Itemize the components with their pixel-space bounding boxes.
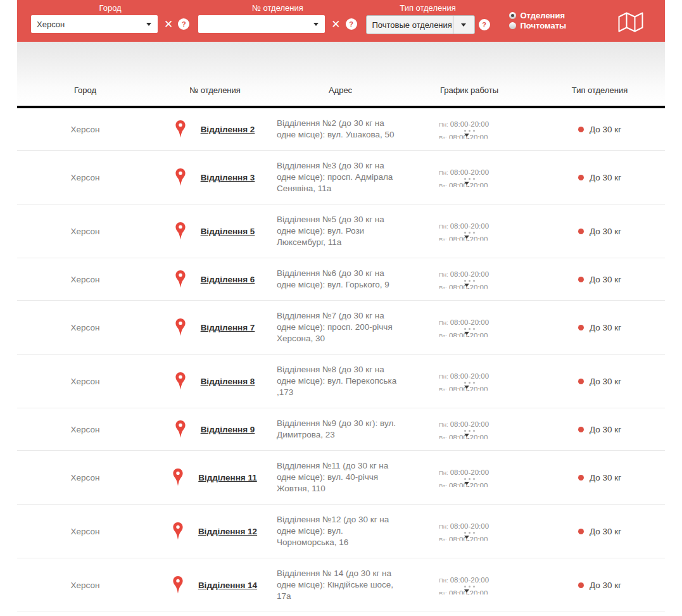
schedule-time: 08:00-20:00 bbox=[450, 576, 489, 584]
branch-type-cell: До 30 кг bbox=[534, 581, 665, 590]
select-arrow-cell[interactable] bbox=[453, 16, 474, 34]
schedule-line: Пн:08:00-20:00 bbox=[439, 420, 500, 428]
schedule-expand-button[interactable] bbox=[439, 176, 500, 182]
branch-link[interactable]: Відділення 3 bbox=[201, 173, 255, 182]
branch-link[interactable]: Відділення 2 bbox=[201, 125, 255, 134]
branch-link[interactable]: Відділення 6 bbox=[201, 275, 255, 284]
branch-number-select[interactable] bbox=[198, 15, 325, 33]
radio-otdeleniya[interactable]: Отделения bbox=[509, 11, 567, 20]
map-pin-icon[interactable] bbox=[175, 120, 186, 138]
table-row: Херсон Відділення 6 Відділення №6 (до 30… bbox=[17, 258, 665, 301]
branch-cell: Відділення 2 bbox=[153, 120, 277, 138]
branch-cell: Відділення 9 bbox=[153, 420, 277, 438]
map-pin-icon[interactable] bbox=[175, 270, 186, 288]
radio-pochtomaty[interactable]: Почтоматы bbox=[509, 22, 567, 30]
branch-number-clear-button[interactable]: ✕ bbox=[330, 18, 341, 31]
city-select[interactable]: Херсон bbox=[31, 15, 158, 33]
weight-status-dot-icon bbox=[578, 277, 584, 282]
city-cell: Херсон bbox=[17, 173, 153, 182]
weight-status-dot-icon bbox=[578, 582, 584, 588]
map-pin-icon[interactable] bbox=[173, 468, 183, 486]
schedule-line: Пн:08:00-20:00 bbox=[439, 522, 500, 530]
schedule-day: Пн: bbox=[439, 469, 448, 476]
map-pin-icon[interactable] bbox=[175, 318, 186, 336]
weight-status-dot-icon bbox=[578, 175, 584, 180]
schedule-expand-button[interactable] bbox=[439, 230, 500, 236]
address-cell: Відділення №11 (до 30 кг на одне місце):… bbox=[277, 460, 404, 494]
branch-link[interactable]: Відділення 12 bbox=[198, 527, 257, 536]
schedule-time: 08:00-20:00 bbox=[450, 468, 489, 476]
map-view-button[interactable] bbox=[618, 11, 643, 35]
chevron-down-icon bbox=[464, 134, 469, 137]
schedule-expand-button[interactable] bbox=[439, 326, 500, 332]
map-pin-icon[interactable] bbox=[173, 522, 183, 540]
address-cell: Відділення №9 (до 30 кг): вул. Димитрова… bbox=[277, 418, 404, 441]
chevron-down-icon bbox=[464, 536, 469, 539]
schedule-clipped-line: Вт:08:00-20:00 bbox=[439, 182, 500, 187]
schedule-clipped-line: Вт:08:00-20:00 bbox=[439, 589, 500, 594]
branch-type-help-button[interactable]: ? bbox=[479, 19, 490, 30]
schedule-expand-button[interactable] bbox=[439, 278, 500, 284]
chevron-down-icon bbox=[464, 332, 469, 335]
branch-cell: Відділення 12 bbox=[153, 522, 277, 540]
schedule-expand-button[interactable] bbox=[439, 428, 500, 434]
schedule-time: 08:00-20:00 bbox=[450, 522, 489, 530]
map-pin-icon[interactable] bbox=[175, 420, 186, 438]
branch-link[interactable]: Відділення 8 bbox=[201, 377, 255, 386]
schedule-day: Пн: bbox=[439, 373, 448, 380]
branch-link[interactable]: Відділення 14 bbox=[198, 581, 257, 590]
address-cell: Відділення №3 (до 30 кг на одне місце): … bbox=[277, 160, 404, 194]
branch-type-label: До 30 кг bbox=[590, 425, 621, 434]
schedule-expand-button[interactable] bbox=[439, 128, 500, 134]
city-help-button[interactable]: ? bbox=[178, 18, 189, 30]
schedule-expand-button[interactable] bbox=[439, 530, 500, 536]
address-cell: Відділення №2 (до 30 кг на одне місце): … bbox=[277, 118, 404, 141]
chevron-down-icon bbox=[464, 386, 469, 389]
address-cell: Відділення № 14 (до 30 кг на одне місце)… bbox=[277, 568, 404, 602]
branch-link[interactable]: Відділення 7 bbox=[201, 323, 255, 332]
branch-cell: Відділення 14 bbox=[153, 576, 277, 594]
schedule-expand-button[interactable] bbox=[439, 584, 500, 589]
city-clear-button[interactable]: ✕ bbox=[163, 18, 174, 31]
chevron-down-icon bbox=[464, 284, 469, 287]
branch-cell: Відділення 7 bbox=[153, 318, 277, 336]
map-pin-icon[interactable] bbox=[175, 168, 186, 186]
branch-type-select[interactable]: Почтовые отделения bbox=[366, 15, 475, 34]
schedule-clipped-line: Вт:08:00-20:00 bbox=[439, 236, 500, 241]
table-row: Херсон Відділення 3 Відділення №3 (до 30… bbox=[17, 151, 665, 204]
table-row: Херсон Відділення 14 Відділення № 14 (до… bbox=[17, 558, 665, 612]
branch-link[interactable]: Відділення 9 bbox=[201, 425, 255, 434]
map-icon bbox=[618, 11, 643, 33]
radio-icon bbox=[509, 22, 516, 29]
map-pin-icon[interactable] bbox=[175, 372, 186, 390]
city-cell: Херсон bbox=[17, 425, 153, 434]
branch-link[interactable]: Відділення 11 bbox=[198, 473, 257, 482]
branch-type-cell: До 30 кг bbox=[534, 323, 665, 332]
table-row: Херсон Відділення 9 Відділення №9 (до 30… bbox=[17, 408, 665, 451]
schedule-clipped-line: Вт:08:00-20:00 bbox=[439, 482, 500, 487]
schedule-expand-button[interactable] bbox=[439, 380, 500, 386]
branch-type-label: До 30 кг bbox=[590, 377, 621, 386]
schedule-time: 08:00-20:00 bbox=[450, 372, 489, 380]
address-cell: Відділення №12 (до 30 кг на одне місце):… bbox=[277, 514, 404, 548]
city-cell: Херсон bbox=[17, 377, 153, 386]
table-body: Херсон Відділення 2 Відділення №2 (до 30… bbox=[17, 108, 665, 612]
schedule-time: 08:00-20:00 bbox=[450, 120, 489, 128]
weight-status-dot-icon bbox=[578, 127, 584, 132]
schedule-cell: Пн:08:00-20:00 Вт:08:00-20:00 bbox=[404, 318, 534, 337]
schedule-time: 08:00-20:00 bbox=[450, 222, 489, 230]
map-pin-icon[interactable] bbox=[173, 576, 183, 594]
schedule-clipped-line: Вт:08:00-20:00 bbox=[439, 332, 500, 337]
branch-type-cell: До 30 кг bbox=[534, 425, 665, 434]
branch-number-help-button[interactable]: ? bbox=[346, 18, 357, 30]
map-pin-icon[interactable] bbox=[175, 222, 186, 240]
schedule-expand-button[interactable] bbox=[439, 476, 500, 482]
branch-type-label: До 30 кг bbox=[590, 581, 621, 590]
branch-finder-page: Город Херсон ✕ ? № отделения ✕ ? bbox=[17, 0, 665, 612]
schedule-cell: Пн:08:00-20:00 Вт:08:00-20:00 bbox=[404, 120, 534, 139]
schedule-line: Пн:08:00-20:00 bbox=[439, 318, 500, 326]
schedule-line: Пн:08:00-20:00 bbox=[439, 120, 500, 128]
branch-link[interactable]: Відділення 5 bbox=[201, 227, 255, 236]
branch-kind-radio-group: Отделения Почтоматы bbox=[509, 11, 567, 30]
weight-status-dot-icon bbox=[578, 325, 584, 330]
